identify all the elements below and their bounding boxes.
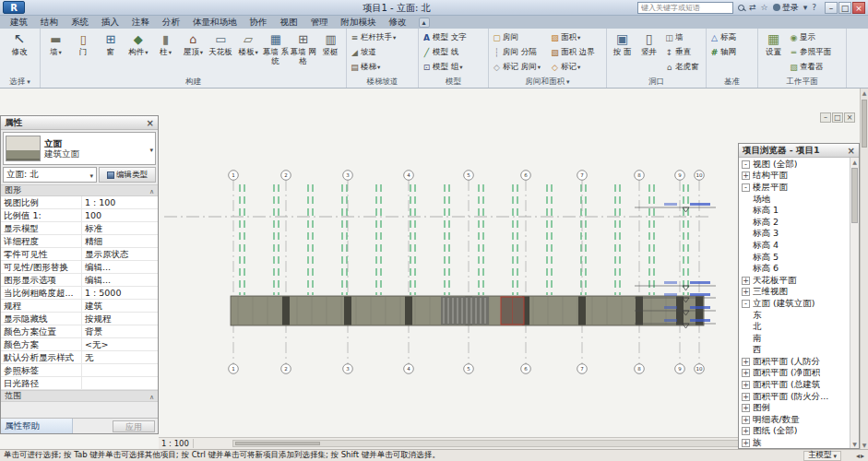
view-close-icon[interactable]: × <box>844 112 855 123</box>
tree-item[interactable]: 西 <box>739 345 859 357</box>
property-value[interactable]: 显示原状态 <box>82 248 158 260</box>
tree-expander-icon[interactable]: + <box>742 288 750 296</box>
view-minimize-icon[interactable]: – <box>820 112 831 123</box>
tree-expander-icon[interactable]: + <box>742 416 750 424</box>
tree-item[interactable]: + 面积平面 (人防分 <box>739 356 859 368</box>
tree-expander-icon[interactable] <box>742 346 750 354</box>
tree-item[interactable]: 标高 2 <box>739 217 859 229</box>
panel-caption-build[interactable]: 构建 <box>41 76 346 88</box>
view-restore-icon[interactable]: □ <box>832 112 843 123</box>
type-selector-dropdown-icon[interactable] <box>149 144 153 154</box>
project-browser-title[interactable]: 项目浏览器 - 项目1 × <box>739 144 859 158</box>
search-input[interactable] <box>637 2 733 14</box>
properties-help-link[interactable]: 属性帮助 <box>1 419 73 433</box>
tree-expander-icon[interactable] <box>742 207 750 215</box>
tree-item[interactable]: + 三维视图 <box>739 287 859 299</box>
panel-caption-opening[interactable]: 洞口 <box>607 76 706 88</box>
property-value[interactable]: 标准 <box>82 222 158 234</box>
panel-caption-datum[interactable]: 基准 <box>707 76 757 88</box>
collapse-icon[interactable] <box>149 186 154 195</box>
type-selector[interactable]: 立面 建筑立面 <box>3 132 156 165</box>
tree-expander-icon[interactable]: + <box>742 393 750 401</box>
main-model-dropdown[interactable]: 主模型 <box>803 451 841 461</box>
tree-expander-icon[interactable] <box>742 242 750 250</box>
property-value[interactable]: 编辑... <box>82 261 158 273</box>
horizontal-scroll-thumb[interactable] <box>235 442 320 445</box>
tree-item[interactable]: + 图例 <box>739 402 859 414</box>
sign-in-button[interactable]: 登录 <box>773 2 799 14</box>
vertical-scroll-thumb[interactable] <box>862 100 867 148</box>
tree-item[interactable]: + 结构平面 <box>739 171 859 183</box>
tree-item[interactable]: + 面积平面 (防火分... <box>739 391 859 403</box>
tree-item[interactable]: - 立面 (建筑立面) <box>739 298 859 310</box>
tree-expander-icon[interactable]: + <box>742 439 750 447</box>
tree-expander-icon[interactable] <box>742 265 750 273</box>
tree-item[interactable]: 标高 5 <box>739 252 859 264</box>
collapse-icon[interactable] <box>149 392 154 401</box>
search-icon[interactable] <box>738 5 744 11</box>
property-value[interactable]: 无 <box>82 351 158 363</box>
tree-item[interactable]: 场地 <box>739 194 859 206</box>
tree-expander-icon[interactable] <box>742 323 750 331</box>
tree-item[interactable]: + 明细表/数量 <box>739 414 859 426</box>
section-extents[interactable]: 范围 <box>1 390 158 402</box>
tree-expander-icon[interactable]: + <box>742 277 750 285</box>
modify-button[interactable]: 修改 <box>2 30 37 75</box>
property-value[interactable]: 1 : 100 <box>82 196 158 208</box>
property-value[interactable] <box>82 377 158 389</box>
tree-expander-icon[interactable]: + <box>742 358 750 366</box>
scroll-right-icon[interactable]: ▸ <box>861 452 864 460</box>
browser-scrollbar[interactable]: ▲ ▼ <box>850 158 859 448</box>
tree-item[interactable]: - 视图 (全部) <box>739 159 859 171</box>
panel-caption-workplane[interactable]: 工作平面 <box>758 76 846 88</box>
maximize-button[interactable]: □ <box>838 2 851 14</box>
scale-button[interactable]: 1 : 100 <box>161 439 194 448</box>
property-value[interactable]: 精细 <box>82 235 158 247</box>
close-button[interactable]: × <box>852 2 865 14</box>
tree-expander-icon[interactable] <box>742 335 750 343</box>
panel-caption-circulation[interactable]: 楼梯坡道 <box>347 76 418 88</box>
scroll-down-icon[interactable]: ▼ <box>850 440 859 448</box>
favorites-icon[interactable]: ☆ <box>761 3 768 12</box>
vertical-scrollbar[interactable]: ▲ ▼ <box>860 89 868 449</box>
edit-type-button[interactable]: 编辑类型 <box>99 167 156 183</box>
panel-caption-model[interactable]: 模型 <box>419 76 488 88</box>
tree-item[interactable]: + 天花板平面 <box>739 275 859 287</box>
tree-item[interactable]: 东 <box>739 310 859 322</box>
scroll-down-icon[interactable]: ▼ <box>861 441 868 449</box>
tree-expander-icon[interactable]: - <box>742 160 750 169</box>
tree-expander-icon[interactable]: + <box>742 171 750 180</box>
scroll-left-icon[interactable]: ◂ <box>856 452 860 460</box>
property-value[interactable]: 1 : 5000 <box>82 287 158 299</box>
browser-scroll-thumb[interactable] <box>851 168 858 223</box>
properties-title[interactable]: 属性 × <box>1 116 158 130</box>
help-icon[interactable]: ? <box>812 3 816 12</box>
property-value[interactable]: 按规程 <box>82 313 158 325</box>
tree-expander-icon[interactable] <box>742 195 750 204</box>
tree-expander-icon[interactable]: - <box>742 183 750 192</box>
tree-expander-icon[interactable]: + <box>742 427 750 435</box>
apply-button[interactable]: 应用 <box>113 420 155 432</box>
panel-caption-select[interactable]: 选择 <box>0 76 40 88</box>
property-value[interactable]: 建筑 <box>82 300 158 312</box>
property-value[interactable] <box>82 364 158 376</box>
tree-item[interactable]: + 图纸 (全部) <box>739 426 859 438</box>
tree-item[interactable]: + 面积平面 (净面积 <box>739 368 859 380</box>
tree-item[interactable]: 标高 3 <box>739 229 859 241</box>
tree-item[interactable]: - 楼层平面 <box>739 182 859 194</box>
tree-expander-icon[interactable]: + <box>742 381 750 389</box>
tree-expander-icon[interactable] <box>742 254 750 262</box>
tree-expander-icon[interactable] <box>742 312 750 320</box>
application-menu-button[interactable]: R <box>3 1 25 14</box>
property-value[interactable]: 100 <box>82 209 158 221</box>
view-selector-dropdown[interactable]: 立面: 北 <box>3 167 97 183</box>
tree-item[interactable]: + 族 <box>739 437 859 448</box>
exchange-apps-icon[interactable]: ⇄ <box>749 3 756 12</box>
tree-item[interactable]: 标高 6 <box>739 263 859 275</box>
project-browser-close-icon[interactable]: × <box>848 146 855 156</box>
property-value[interactable]: 编辑... <box>82 274 158 286</box>
signin-caret-icon[interactable]: ▾ <box>803 3 808 12</box>
tree-item[interactable]: 标高 1 <box>739 205 859 217</box>
tree-expander-icon[interactable] <box>742 230 750 238</box>
section-graphics[interactable]: 图形 <box>1 184 158 196</box>
